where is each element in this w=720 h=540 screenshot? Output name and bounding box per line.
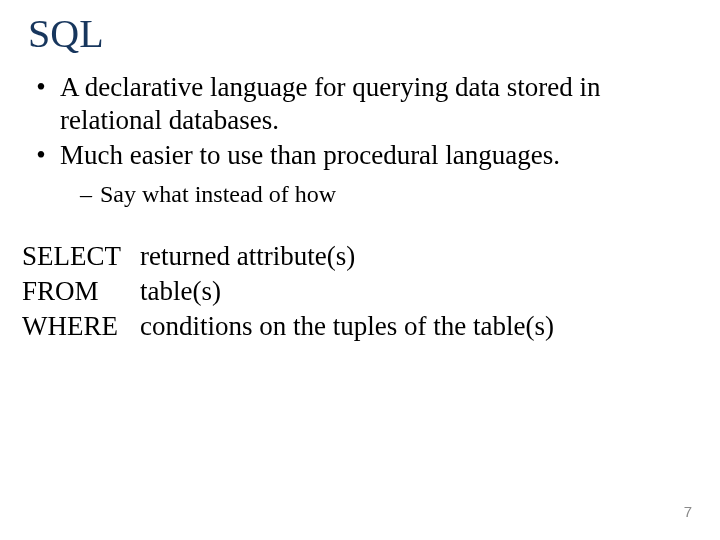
bullet-item-2: • Much easier to use than procedural lan… [22, 139, 698, 172]
sql-select-value: returned attribute(s) [140, 239, 355, 274]
slide-title: SQL [0, 10, 720, 57]
sql-from-keyword: FROM [22, 274, 140, 309]
sql-from-row: FROM table(s) [22, 274, 720, 309]
page-number: 7 [684, 503, 692, 520]
sql-syntax-block: SELECT returned attribute(s) FROM table(… [0, 239, 720, 344]
bullet-item-1: • A declarative language for querying da… [22, 71, 698, 137]
sub-bullet-item-1: – Say what instead of how [22, 180, 698, 209]
bullet-text: A declarative language for querying data… [60, 71, 698, 137]
sql-where-keyword: WHERE [22, 309, 140, 344]
sql-select-row: SELECT returned attribute(s) [22, 239, 720, 274]
sql-where-value: conditions on the tuples of the table(s) [140, 309, 554, 344]
sql-from-value: table(s) [140, 274, 221, 309]
dash-marker: – [22, 180, 92, 209]
bullet-marker: • [22, 71, 60, 137]
bullet-marker: • [22, 139, 60, 172]
bullet-text: Much easier to use than procedural langu… [60, 139, 698, 172]
sub-bullet-text: Say what instead of how [92, 180, 336, 209]
slide-body: • A declarative language for querying da… [0, 71, 720, 209]
sql-where-row: WHERE conditions on the tuples of the ta… [22, 309, 720, 344]
sql-select-keyword: SELECT [22, 239, 140, 274]
